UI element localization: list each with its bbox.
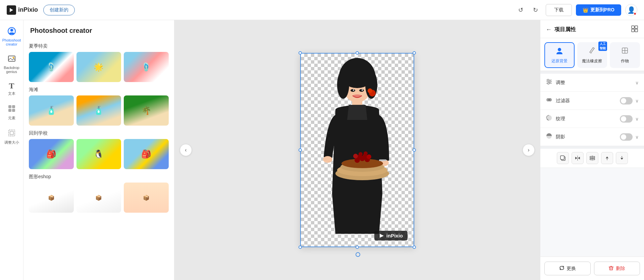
replace-icon xyxy=(559,265,565,272)
replace-button[interactable]: 更换 xyxy=(544,262,591,275)
thumb-school-1[interactable]: 🎒 xyxy=(29,139,74,169)
thumb-school-3[interactable]: 🎒 xyxy=(124,139,169,169)
rp-title-text: 项目属性 xyxy=(554,26,576,33)
svg-rect-34 xyxy=(379,159,386,161)
svg-rect-44 xyxy=(635,29,638,32)
category-beach: 海滩 xyxy=(29,87,169,93)
svg-point-31 xyxy=(367,154,371,159)
svg-marker-40 xyxy=(380,234,384,238)
texture-toggle[interactable] xyxy=(620,115,633,123)
handle-rotate[interactable] xyxy=(356,252,359,256)
tool-restore[interactable]: 还原背景 xyxy=(544,42,575,68)
header: inPixio 创建新的 ↺ ↻ 下载 👑 更新到PRO 👤 xyxy=(0,0,644,20)
main-content: Photoshootcreator Backdropgenius T 文本 xyxy=(0,20,644,280)
align-row xyxy=(540,149,644,168)
handle-top-left[interactable] xyxy=(299,51,302,55)
user-notification-dot xyxy=(633,12,637,15)
handle-bottom-mid[interactable] xyxy=(356,246,359,249)
thumb-eshop-3[interactable]: 📦 xyxy=(124,183,169,213)
handle-bottom-right[interactable] xyxy=(413,246,416,249)
filter-toggle[interactable] xyxy=(620,97,633,104)
svg-point-33 xyxy=(364,151,368,155)
prop-shadow[interactable]: 阴影 ∨ xyxy=(540,128,644,146)
svg-marker-0 xyxy=(10,8,13,12)
handle-top-mid[interactable] xyxy=(356,51,359,55)
svg-point-54 xyxy=(548,83,549,84)
nav-label-backdrop: Backdropgenius xyxy=(4,66,19,74)
logo-icon xyxy=(7,5,16,15)
nav-item-text[interactable]: T 文本 xyxy=(1,78,22,99)
tool-restore-label: 还原背景 xyxy=(551,58,568,64)
undo-redo-group: ↺ ↻ xyxy=(515,4,542,16)
prop-adjust[interactable]: 调整 ∨ xyxy=(540,74,644,92)
copy-button[interactable] xyxy=(557,152,569,164)
upgrade-button[interactable]: 👑 更新到PRO xyxy=(576,4,621,16)
tool-eraser[interactable]: 人工智能 魔法橡皮擦 xyxy=(577,42,607,68)
move-up-button[interactable] xyxy=(601,152,613,164)
nav-item-elements[interactable]: 元素 xyxy=(1,101,22,124)
svg-rect-43 xyxy=(632,29,634,32)
svg-point-19 xyxy=(323,156,332,163)
panel-collapse-left[interactable]: ‹ xyxy=(180,144,192,156)
texture-label: 纹理 xyxy=(556,116,565,122)
category-school: 回到学校 xyxy=(29,130,169,136)
logo-text: inPixio xyxy=(18,6,38,13)
handle-mid-left[interactable] xyxy=(299,148,302,152)
header-actions: ↺ ↻ 下载 👑 更新到PRO 👤 xyxy=(515,4,637,16)
svg-rect-60 xyxy=(560,156,564,159)
elements-icon xyxy=(7,104,16,114)
thumb-summer-2[interactable]: 🌟 xyxy=(76,52,121,82)
nav-item-backdrop[interactable]: Backdropgenius xyxy=(1,51,22,77)
svg-point-14 xyxy=(337,71,349,99)
texture-chevron: ∨ xyxy=(635,116,639,122)
thumb-beach-2[interactable]: 🧴 xyxy=(76,95,121,126)
shadow-chevron: ∨ xyxy=(635,134,639,140)
tool-eraser-label: 魔法橡皮擦 xyxy=(582,58,602,64)
align-center-button[interactable] xyxy=(586,152,598,164)
nav-item-photoshoot[interactable]: Photoshootcreator xyxy=(1,23,22,50)
panel-collapse-right[interactable]: › xyxy=(523,144,535,156)
resize-icon xyxy=(7,129,16,139)
icon-nav: Photoshootcreator Backdropgenius T 文本 xyxy=(0,20,23,280)
thumb-eshop-1[interactable]: 📦 xyxy=(29,183,74,213)
redo-button[interactable]: ↻ xyxy=(530,4,542,16)
flip-button[interactable] xyxy=(572,152,584,164)
create-new-button[interactable]: 创建新的 xyxy=(43,5,75,15)
thumb-summer-3[interactable]: 🩴 xyxy=(124,52,169,82)
user-avatar[interactable]: 👤 xyxy=(625,4,637,16)
svg-rect-7 xyxy=(8,109,11,112)
rp-header: ← 项目属性 xyxy=(540,20,644,38)
svg-point-32 xyxy=(359,152,363,156)
thumb-beach-1[interactable]: 🧴 xyxy=(29,95,74,126)
thumb-beach-3[interactable]: 🌴 xyxy=(124,95,169,126)
nav-item-resize[interactable]: 调整大小 xyxy=(1,125,22,148)
prop-filter[interactable]: 过滤器 ∨ xyxy=(540,92,644,110)
svg-point-45 xyxy=(558,48,561,51)
delete-icon xyxy=(608,265,614,272)
panel-content: 夏季特卖 🩴 🌟 🩴 海滩 🧴 🧴 xyxy=(23,43,174,219)
svg-point-35 xyxy=(353,94,362,97)
ai-badge: 人工智能 xyxy=(598,42,607,51)
handle-top-right[interactable] xyxy=(413,51,416,55)
handle-bottom-left[interactable] xyxy=(299,246,302,249)
svg-rect-9 xyxy=(9,130,15,136)
svg-point-18 xyxy=(368,88,372,93)
photoshoot-panel: Photoshoot creator 夏季特卖 🩴 🌟 🩴 海滩 🧴 xyxy=(23,20,174,280)
undo-button[interactable]: ↺ xyxy=(515,4,527,16)
prop-texture[interactable]: 纹理 ∨ xyxy=(540,110,644,128)
thumb-eshop-2[interactable]: 📦 xyxy=(76,183,121,213)
logo: inPixio xyxy=(7,5,38,15)
download-button[interactable]: 下载 xyxy=(546,4,572,16)
shadow-toggle[interactable] xyxy=(620,133,633,141)
thumb-school-2[interactable]: 🐧 xyxy=(76,139,121,169)
delete-button[interactable]: 删除 xyxy=(594,262,640,275)
eraser-icon xyxy=(588,46,596,57)
handle-mid-right[interactable] xyxy=(413,148,416,152)
crown-icon: 👑 xyxy=(583,7,588,13)
thumb-summer-1[interactable]: 🩴 xyxy=(29,52,74,82)
svg-point-36 xyxy=(351,89,355,92)
layers-button[interactable] xyxy=(631,25,639,34)
move-down-button[interactable] xyxy=(616,152,628,164)
back-button[interactable]: ← xyxy=(546,26,552,33)
tool-object[interactable]: 作物 xyxy=(610,42,640,68)
